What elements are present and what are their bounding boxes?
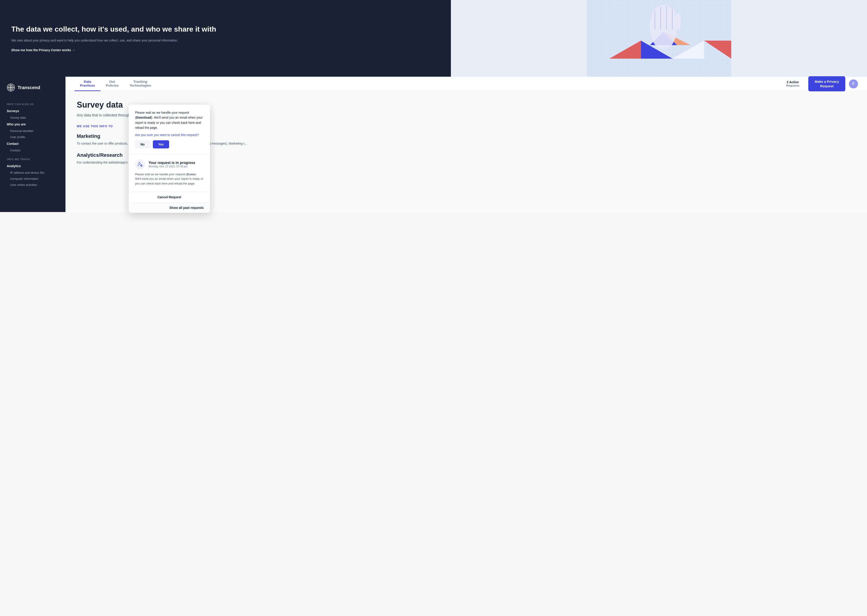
- sidebar-group-surveys[interactable]: Surveys: [0, 107, 65, 115]
- tab-our-policies[interactable]: Our Policies: [101, 77, 124, 91]
- popup-progress-section: Your request is in progress Monday, Nov …: [129, 154, 210, 192]
- popup-cancel-question: Are you sure you want to cancel this req…: [135, 133, 204, 137]
- tab-tracking-technologies[interactable]: Tracking Technologies: [124, 77, 156, 91]
- nav-active-requests[interactable]: 2 Active Requests: [781, 79, 805, 89]
- popup-progress-desc: Please wait as we handle your request (E…: [135, 172, 204, 186]
- logo-text: Transcend: [17, 85, 40, 90]
- svg-rect-14: [676, 14, 681, 29]
- sidebar: Transcend INFO YOU GIVE US Surveys Surve…: [0, 77, 65, 212]
- make-privacy-request-button[interactable]: Make a Privacy Request: [808, 76, 845, 91]
- sidebar-group-contact[interactable]: Contact: [0, 140, 65, 147]
- cancel-yes-button[interactable]: Yes: [153, 140, 169, 148]
- hero-link[interactable]: Show me how the Privacy Center works →: [11, 48, 440, 52]
- logo-icon: [7, 83, 15, 91]
- tab-data-practices[interactable]: Data Practices: [74, 77, 101, 91]
- sidebar-section-info-track: INFO WE TRACK: [0, 153, 65, 162]
- show-past-requests-button[interactable]: Show all past requests: [129, 203, 210, 213]
- sidebar-item-computer[interactable]: Computer information: [0, 176, 65, 182]
- main-content: Survey data Any data that is collected t…: [65, 91, 867, 181]
- sidebar-item-user-profile[interactable]: User profile: [0, 134, 65, 140]
- cancel-request-button[interactable]: Cancel Request: [129, 192, 210, 203]
- popup-cancel-desc: Please wait as we handle your request (D…: [135, 110, 204, 130]
- popup-progress-text: Your request is in progress Monday, Nov …: [148, 161, 195, 168]
- content-area: Data Practices Our Policies Tracking Tec…: [65, 77, 867, 212]
- hero-subtitle: We care about your privacy and want to h…: [11, 38, 440, 43]
- svg-point-24: [139, 162, 140, 164]
- cancel-no-button[interactable]: No: [135, 140, 150, 148]
- popup-cancel-section: Please wait as we handle your request (D…: [129, 105, 210, 154]
- sidebar-item-ip[interactable]: IP address and device IDs: [0, 170, 65, 176]
- sidebar-section-info-give: INFO YOU GIVE US: [0, 98, 65, 107]
- progress-icon: [135, 159, 145, 170]
- sidebar-item-survey-data[interactable]: Survey data: [0, 115, 65, 121]
- request-icon: [137, 162, 143, 167]
- hero-section: The data we collect, how it's used, and …: [0, 0, 867, 77]
- sidebar-group-analytics[interactable]: Analytics: [0, 162, 65, 170]
- nav-avatar[interactable]: F: [849, 79, 858, 88]
- hero-title: The data we collect, how it's used, and …: [11, 25, 440, 33]
- popup-progress-title: Your request is in progress: [148, 161, 195, 165]
- sidebar-group-who-you-are[interactable]: Who you are: [0, 121, 65, 128]
- popup-buttons: No Yes: [135, 140, 204, 148]
- popup-progress-date: Monday, Nov 13 2023, 07:43 pm: [148, 165, 195, 168]
- logo-area: Transcend: [0, 83, 65, 98]
- nav-bar: Data Practices Our Policies Tracking Tec…: [65, 77, 867, 91]
- sidebar-item-personal-identifier[interactable]: Personal identifier: [0, 128, 65, 134]
- popup-progress-header: Your request is in progress Monday, Nov …: [135, 159, 204, 170]
- hero-left: The data we collect, how it's used, and …: [0, 0, 451, 77]
- sidebar-item-contact[interactable]: Contact: [0, 147, 65, 153]
- svg-rect-10: [652, 11, 657, 29]
- main-container: Transcend INFO YOU GIVE US Surveys Surve…: [0, 77, 867, 212]
- hero-right: [451, 0, 867, 77]
- hero-illustration: [451, 0, 867, 77]
- requests-popup: Please wait as we handle your request (D…: [129, 105, 210, 213]
- sidebar-item-user-online[interactable]: User online activities: [0, 182, 65, 188]
